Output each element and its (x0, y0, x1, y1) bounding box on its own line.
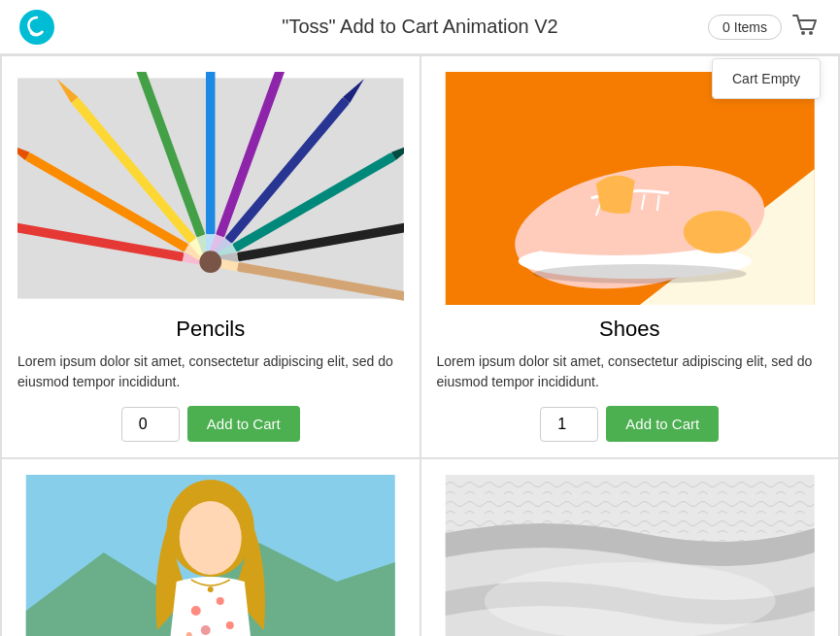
svg-point-0 (19, 10, 54, 45)
product-desc-pencils: Lorem ipsum dolor sit amet, consectetur … (17, 351, 404, 392)
header: "Toss" Add to Cart Animation V2 0 Items … (0, 0, 840, 54)
svg-point-44 (683, 211, 751, 253)
fabric-image (437, 475, 823, 636)
product-name-shoes: Shoes (599, 317, 659, 342)
cart-area: 0 Items Cart Empty (708, 12, 821, 43)
product-desc-shoes: Lorem ipsum dolor sit amet, consectetur … (437, 351, 823, 392)
svg-point-2 (809, 31, 813, 35)
add-to-cart-button-shoes[interactable]: Add to Cart (606, 406, 719, 442)
products-grid: Pencils Lorem ipsum dolor sit amet, cons… (0, 54, 840, 636)
svg-point-1 (801, 31, 805, 35)
qty-input-pencils[interactable] (121, 407, 180, 442)
product-actions-shoes: Add to Cart (437, 406, 823, 442)
svg-point-52 (217, 597, 224, 605)
product-image-woman (17, 475, 404, 636)
cart-icon (790, 12, 821, 43)
product-image-shoes (437, 72, 823, 305)
logo-icon (19, 10, 54, 45)
page-title: "Toss" Add to Cart Animation V2 (282, 16, 557, 38)
product-image-fabric (437, 475, 823, 636)
cart-items-badge[interactable]: 0 Items (708, 15, 782, 40)
cart-empty-message: Cart Empty (732, 71, 800, 86)
pencils-image (17, 72, 404, 305)
svg-point-51 (191, 606, 201, 616)
woman-image (17, 475, 404, 636)
svg-point-34 (199, 251, 221, 273)
svg-point-53 (201, 625, 211, 635)
svg-rect-16 (206, 72, 215, 234)
cart-icon-button[interactable] (790, 12, 821, 43)
product-card-woman (2, 459, 420, 636)
product-name-pencils: Pencils (176, 317, 245, 342)
product-image-pencils (17, 72, 404, 305)
svg-point-45 (532, 264, 746, 284)
cart-dropdown: Cart Empty (712, 58, 821, 99)
shoes-image (437, 72, 823, 305)
svg-point-54 (226, 621, 234, 629)
product-card-fabric (421, 459, 839, 636)
add-to-cart-button-pencils[interactable]: Add to Cart (187, 406, 300, 442)
qty-input-shoes[interactable] (540, 407, 598, 442)
product-actions-pencils: Add to Cart (17, 406, 404, 442)
svg-point-50 (180, 501, 242, 575)
svg-point-56 (208, 586, 214, 592)
product-card-pencils: Pencils Lorem ipsum dolor sit amet, cons… (2, 56, 420, 457)
product-card-shoes: Shoes Lorem ipsum dolor sit amet, consec… (421, 56, 839, 457)
